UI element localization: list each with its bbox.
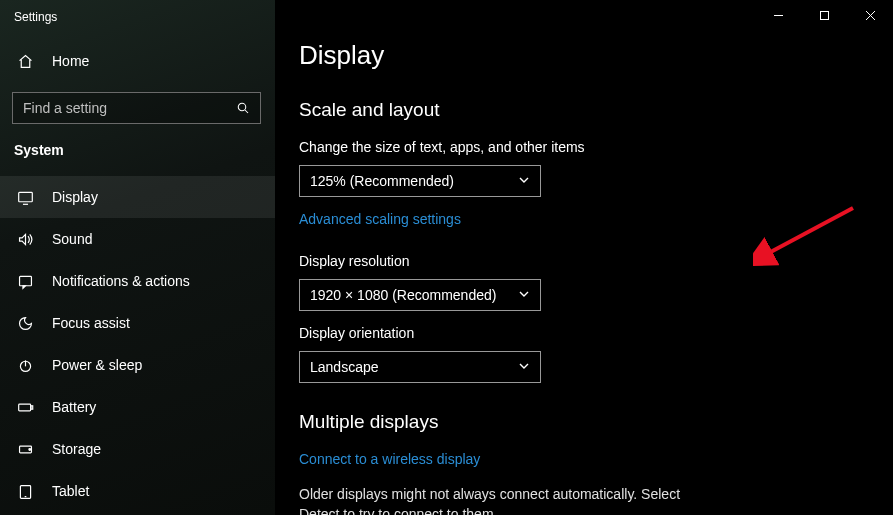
search-box[interactable] [12, 92, 261, 124]
wireless-display-link[interactable]: Connect to a wireless display [299, 451, 857, 467]
battery-icon [16, 398, 34, 416]
sidebar-item-label: Notifications & actions [52, 273, 190, 289]
sidebar-item-label: Display [52, 189, 98, 205]
sidebar-item-label: Sound [52, 231, 92, 247]
sidebar-item-focus-assist[interactable]: Focus assist [0, 302, 275, 344]
svg-point-7 [28, 448, 30, 450]
category-header: System [0, 142, 275, 168]
section-scale-layout: Scale and layout Change the size of text… [299, 99, 857, 383]
detect-help-text: Older displays might not always connect … [299, 485, 699, 515]
sidebar-item-label: Power & sleep [52, 357, 142, 373]
search-icon [234, 99, 252, 117]
home-label: Home [52, 53, 89, 69]
chevron-down-icon [518, 359, 530, 375]
section-heading: Multiple displays [299, 411, 857, 433]
close-button[interactable] [847, 0, 893, 30]
chevron-down-icon [518, 173, 530, 189]
notifications-icon [16, 272, 34, 290]
tablet-icon [16, 482, 34, 500]
sidebar-item-notifications[interactable]: Notifications & actions [0, 260, 275, 302]
advanced-scaling-link[interactable]: Advanced scaling settings [299, 211, 461, 227]
dropdown-value: 125% (Recommended) [310, 173, 454, 189]
sidebar-item-label: Storage [52, 441, 101, 457]
maximize-button[interactable] [801, 0, 847, 30]
sidebar-item-tablet[interactable]: Tablet [0, 470, 275, 512]
main-content: Display Scale and layout Change the size… [275, 0, 893, 515]
sidebar-item-label: Tablet [52, 483, 89, 499]
svg-point-0 [238, 103, 246, 111]
sidebar-item-storage[interactable]: Storage [0, 428, 275, 470]
text-size-label: Change the size of text, apps, and other… [299, 139, 857, 155]
dropdown-value: 1920 × 1080 (Recommended) [310, 287, 496, 303]
resolution-dropdown[interactable]: 1920 × 1080 (Recommended) [299, 279, 541, 311]
dropdown-value: Landscape [310, 359, 379, 375]
sidebar-item-power-sleep[interactable]: Power & sleep [0, 344, 275, 386]
home-icon [16, 52, 34, 70]
svg-rect-9 [820, 11, 828, 19]
sidebar-item-display[interactable]: Display [0, 176, 275, 218]
section-multiple-displays: Multiple displays Connect to a wireless … [299, 411, 857, 515]
svg-rect-4 [18, 404, 30, 411]
svg-rect-1 [18, 192, 32, 201]
chevron-down-icon [518, 287, 530, 303]
nav-list: Display Sound Notifications & actions Fo… [0, 176, 275, 512]
section-heading: Scale and layout [299, 99, 857, 121]
svg-rect-2 [19, 276, 31, 285]
sidebar-item-battery[interactable]: Battery [0, 386, 275, 428]
window-controls [755, 0, 893, 30]
search-input[interactable] [23, 100, 234, 116]
sidebar-item-label: Battery [52, 399, 96, 415]
minimize-button[interactable] [755, 0, 801, 30]
text-size-dropdown[interactable]: 125% (Recommended) [299, 165, 541, 197]
page-title: Display [299, 40, 857, 71]
storage-icon [16, 440, 34, 458]
app-title: Settings [0, 10, 275, 42]
orientation-dropdown[interactable]: Landscape [299, 351, 541, 383]
sound-icon [16, 230, 34, 248]
focus-assist-icon [16, 314, 34, 332]
power-icon [16, 356, 34, 374]
sidebar-item-sound[interactable]: Sound [0, 218, 275, 260]
sidebar-home[interactable]: Home [0, 42, 275, 80]
resolution-label: Display resolution [299, 253, 857, 269]
orientation-label: Display orientation [299, 325, 857, 341]
svg-rect-5 [31, 405, 33, 408]
display-icon [16, 188, 34, 206]
sidebar-item-label: Focus assist [52, 315, 130, 331]
sidebar: Settings Home System Display Sound [0, 0, 275, 515]
